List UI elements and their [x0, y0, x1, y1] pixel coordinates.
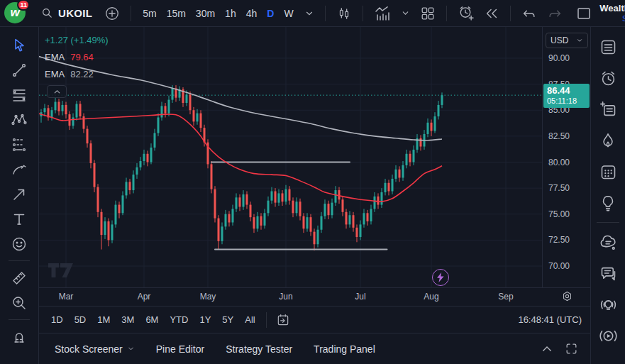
legend-collapse-button[interactable] [47, 85, 67, 98]
tradingview-watermark [48, 261, 79, 280]
chat-bubbles-icon [599, 264, 618, 283]
range-1M[interactable]: 1M [92, 312, 115, 327]
lightbulb-icon [599, 194, 617, 212]
lightning-boost-icon[interactable] [432, 269, 449, 286]
go-to-date-button[interactable] [272, 311, 294, 329]
cursor-tool-button[interactable] [6, 33, 33, 57]
range-1D[interactable]: 1D [46, 312, 68, 327]
chart-type-button[interactable] [333, 4, 355, 23]
calendar-button[interactable] [594, 156, 622, 187]
journal-button[interactable] [594, 94, 622, 125]
interval-4h[interactable]: 4h [242, 6, 262, 21]
ema-fast-label: EMA [45, 53, 65, 62]
bottom-panel-bar: Stock ScreenerPine EditorStrategy Tester… [39, 333, 590, 364]
save-button[interactable]: Save [622, 14, 625, 23]
tradingview-app: w 11 UKOIL 5m15m30m1h4hDW [0, 0, 625, 364]
layout-name-menu[interactable]: Wealthy Educ. Save [599, 4, 625, 22]
tab-stock-screener[interactable]: Stock Screener [48, 339, 142, 359]
measure-tool-button[interactable] [6, 265, 33, 290]
panel-maximize-button[interactable] [561, 340, 582, 358]
multichart-layout-button[interactable] [416, 4, 439, 23]
range-5D[interactable]: 5D [70, 312, 92, 327]
interval-D[interactable]: D [262, 6, 278, 21]
interval-1h[interactable]: 1h [221, 6, 240, 21]
axis-month-May: May [200, 292, 216, 302]
public-chat-button[interactable] [594, 226, 622, 258]
panel-expand-button[interactable] [537, 341, 557, 358]
price-axis[interactable]: USD 90.0087.5085.0082.5080.0077.5075.007… [542, 27, 590, 287]
bar-replay-button[interactable] [480, 4, 503, 23]
interval-expand-button[interactable] [301, 6, 318, 21]
chevron-up-icon [53, 88, 61, 96]
fib-retracement-tool-button[interactable] [6, 82, 33, 107]
ruler-icon [11, 270, 28, 287]
range-3M[interactable]: 3M [116, 312, 139, 327]
streams-button[interactable] [594, 320, 622, 351]
price-tick-82.50: 82.50 [548, 131, 570, 141]
emoji-tool-button[interactable] [6, 231, 33, 256]
indicator-templates-button[interactable] [397, 6, 414, 20]
price-tick-75.00: 75.00 [548, 209, 570, 219]
prediction-tool-button[interactable] [6, 132, 33, 157]
alert-clock-plus-icon [458, 5, 474, 21]
private-chat-button[interactable] [594, 258, 622, 289]
create-alert-button[interactable] [454, 3, 477, 23]
sidebar-divider [597, 222, 619, 223]
chevron-down-icon [401, 9, 410, 18]
utc-clock[interactable]: 16:48:41 (UTC) [518, 314, 583, 325]
tab-trading-panel[interactable]: Trading Panel [306, 339, 382, 359]
axis-month-Mar: Mar [59, 292, 74, 302]
interval-30m[interactable]: 30m [192, 6, 219, 21]
undo-button[interactable] [518, 4, 541, 23]
time-axis[interactable]: MarAprMayJunJulAugSep [39, 287, 590, 306]
chevron-down-icon [304, 9, 314, 18]
zoom-in-tool-button[interactable] [6, 290, 33, 315]
undo-icon [521, 6, 537, 21]
axis-settings-button[interactable] [561, 290, 573, 302]
chart-canvas[interactable] [39, 27, 542, 287]
tab-strategy-tester[interactable]: Strategy Tester [219, 339, 299, 359]
watchlist-icon [599, 38, 618, 57]
text-tool-button[interactable] [6, 206, 33, 231]
ideas-button[interactable] [594, 187, 622, 219]
brush-tool-button[interactable] [6, 157, 33, 182]
interval-W[interactable]: W [280, 6, 297, 21]
alarm-clock-icon [599, 69, 618, 88]
toolbar-separator [131, 6, 131, 21]
magnet-tool-button[interactable] [6, 324, 33, 349]
compare-add-button[interactable] [101, 4, 123, 23]
ideas-stream-button[interactable] [594, 289, 622, 320]
toolbar-separator [446, 6, 447, 21]
range-All[interactable]: All [240, 312, 260, 327]
ema-slow-row[interactable]: EMA 82.22 [45, 70, 109, 79]
interval-group: 5m15m30m1h4hDW [138, 6, 297, 21]
indicators-icon [374, 5, 391, 22]
alerts-button[interactable] [594, 62, 622, 94]
range-5Y[interactable]: 5Y [217, 312, 238, 327]
toolbar-separator [266, 312, 267, 328]
interval-15m[interactable]: 15m [162, 6, 190, 21]
redo-button[interactable] [543, 4, 566, 23]
save-layout-button[interactable] [572, 3, 596, 24]
last-price: 86.44 [547, 85, 586, 96]
currency-label: USD [551, 35, 568, 45]
indicators-button[interactable] [370, 3, 394, 24]
interval-5m[interactable]: 5m [138, 6, 160, 21]
search-icon [41, 7, 53, 19]
pattern-tool-button[interactable] [6, 107, 33, 132]
range-1Y[interactable]: 1Y [194, 312, 216, 327]
range-YTD[interactable]: YTD [165, 312, 193, 327]
watchlist-button[interactable] [594, 31, 622, 62]
arrow-tool-button[interactable] [6, 182, 33, 206]
user-menu-avatar[interactable]: w 11 [4, 2, 27, 25]
hotlists-button[interactable] [594, 125, 622, 156]
range-6M[interactable]: 6M [140, 312, 163, 327]
tab-label: Trading Panel [314, 343, 375, 355]
currency-selector[interactable]: USD [546, 33, 588, 48]
trend-line-tool-button[interactable] [6, 57, 33, 82]
right-sidebar [590, 27, 625, 364]
tab-pine-editor[interactable]: Pine Editor [149, 339, 211, 359]
ema-fast-row[interactable]: EMA 79.64 [45, 53, 109, 62]
layout-box-icon [575, 5, 592, 22]
symbol-search[interactable]: UKOIL [35, 4, 98, 22]
